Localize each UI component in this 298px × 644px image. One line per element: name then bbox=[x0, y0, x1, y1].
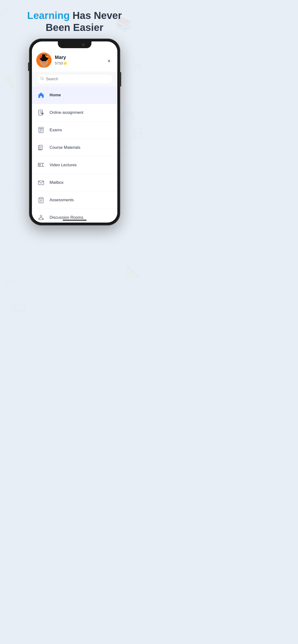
svg-point-20 bbox=[46, 56, 48, 58]
search-icon bbox=[40, 77, 44, 82]
header-highlight: Learning bbox=[27, 10, 70, 21]
phone-notch bbox=[58, 42, 91, 48]
materials-icon bbox=[37, 143, 45, 152]
menu-item-exams[interactable]: Exams bbox=[32, 122, 117, 139]
svg-text:B: B bbox=[132, 124, 144, 142]
svg-rect-41 bbox=[39, 127, 43, 128]
user-info: Mary 5733⭐ bbox=[55, 54, 67, 66]
menu-item-home[interactable]: Home bbox=[32, 86, 117, 104]
menu-label-exams: Exams bbox=[50, 128, 62, 132]
menu-label-assignment: Online assignment bbox=[50, 110, 83, 115]
menu-label-video: Video Lectures bbox=[50, 163, 77, 168]
header-line1-rest: Has Never bbox=[70, 10, 122, 21]
menu-item-assessments[interactable]: Assessments bbox=[32, 192, 117, 209]
svg-line-53 bbox=[43, 166, 44, 166]
front-camera bbox=[82, 43, 85, 46]
close-button[interactable]: × bbox=[105, 57, 113, 65]
svg-text:✏: ✏ bbox=[0, 2, 14, 22]
svg-text:✏: ✏ bbox=[5, 274, 17, 290]
user-profile: Mary 5733⭐ bbox=[32, 48, 117, 72]
menu-label-materials: Course Materials bbox=[50, 145, 81, 150]
screen-content[interactable]: × bbox=[32, 48, 117, 222]
svg-line-64 bbox=[41, 217, 43, 218]
svg-point-21 bbox=[41, 55, 42, 56]
svg-text:A: A bbox=[120, 100, 135, 124]
svg-point-22 bbox=[45, 55, 47, 56]
menu-label-mailbox: Mailbox bbox=[50, 180, 64, 185]
menu-item-course-materials[interactable]: Course Materials bbox=[32, 139, 117, 156]
svg-line-63 bbox=[40, 217, 41, 218]
svg-text:📏: 📏 bbox=[1, 73, 19, 91]
svg-point-11 bbox=[127, 204, 149, 228]
menu-item-online-assignment[interactable]: Online assignment bbox=[32, 104, 117, 122]
phone-frame: × bbox=[29, 38, 120, 226]
svg-rect-55 bbox=[39, 198, 43, 203]
menu-label-discussion: Discussion Rooms bbox=[50, 215, 83, 220]
svg-rect-29 bbox=[39, 110, 40, 115]
header-line2: Been Easier bbox=[46, 22, 103, 33]
svg-point-60 bbox=[40, 215, 42, 217]
search-input[interactable] bbox=[46, 77, 109, 81]
assessments-icon bbox=[37, 196, 45, 204]
svg-text:📐: 📐 bbox=[125, 263, 141, 279]
avatar bbox=[36, 52, 52, 68]
menu-list: Home bbox=[32, 86, 117, 222]
svg-point-10 bbox=[0, 134, 17, 153]
svg-point-62 bbox=[42, 218, 44, 220]
home-icon bbox=[37, 91, 45, 100]
assignment-icon bbox=[37, 108, 45, 117]
user-name: Mary bbox=[55, 54, 67, 60]
mail-icon bbox=[37, 178, 45, 187]
svg-point-23 bbox=[42, 60, 43, 61]
menu-label-assessments: Assessments bbox=[50, 198, 74, 202]
svg-point-61 bbox=[38, 218, 40, 220]
svg-rect-28 bbox=[39, 110, 43, 115]
video-icon bbox=[37, 161, 45, 170]
exams-icon bbox=[37, 126, 45, 134]
svg-text:⚗: ⚗ bbox=[132, 61, 143, 74]
menu-item-video-lectures[interactable]: Video Lectures bbox=[32, 156, 117, 174]
menu-item-mailbox[interactable]: Mailbox bbox=[32, 174, 117, 192]
menu-label-home: Home bbox=[50, 93, 61, 98]
svg-rect-25 bbox=[43, 66, 45, 68]
svg-line-52 bbox=[43, 163, 44, 164]
search-bar[interactable] bbox=[36, 74, 113, 84]
svg-rect-43 bbox=[39, 145, 43, 150]
svg-marker-51 bbox=[40, 164, 41, 165]
svg-line-27 bbox=[43, 79, 44, 80]
svg-text:📖: 📖 bbox=[12, 300, 27, 314]
svg-point-24 bbox=[45, 60, 46, 61]
home-indicator bbox=[63, 220, 87, 221]
phone-screen: × bbox=[32, 42, 117, 222]
user-points: 5733⭐ bbox=[55, 61, 67, 66]
discussion-icon bbox=[37, 213, 45, 222]
header-section: Learning Has Never Been Easier bbox=[27, 10, 122, 34]
